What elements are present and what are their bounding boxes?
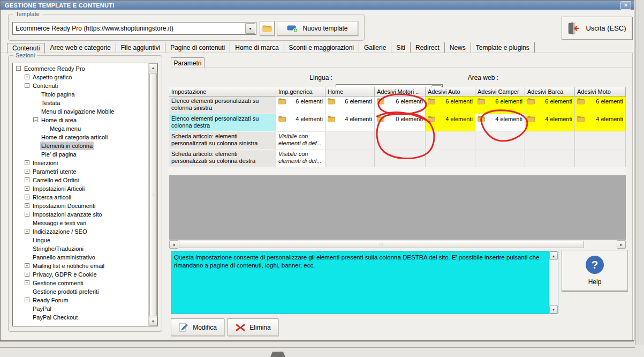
value-cell[interactable] — [375, 132, 426, 150]
tree-item-home-di-categoria-articoli[interactable]: Home di categoria articoli — [13, 133, 148, 142]
tree-item-ready-forum[interactable]: +Ready Forum — [13, 296, 148, 304]
value-cell[interactable]: 6 elementi — [276, 96, 325, 114]
value-cell[interactable] — [525, 150, 575, 167]
value-cell[interactable]: 0 elementi — [375, 114, 426, 132]
value-cell[interactable] — [475, 150, 525, 167]
tab-gallerie[interactable]: Gallerie — [359, 42, 391, 53]
value-cell[interactable]: 4 elementi — [525, 114, 575, 132]
tree-item-impostazioni-articoli[interactable]: +Impostazioni Articoli — [13, 184, 148, 193]
tree-item-mailing-list-e-notifiche-email[interactable]: +Mailing list e notifiche email — [13, 262, 148, 270]
expand-plus-icon[interactable]: + — [25, 212, 29, 217]
expand-plus-icon[interactable]: + — [25, 75, 29, 79]
tree-item-gestione-prodotti-preferiti[interactable]: Gestione prodotti preferiti — [13, 287, 148, 296]
scroll-up-icon[interactable]: ▲ — [549, 251, 558, 260]
tree-item-impostazioni-documenti[interactable]: +Impostazioni Documenti — [13, 202, 148, 210]
tree-item-privacy-gdpr-e-cookie[interactable]: +Privacy, GDPR e Cookie — [13, 270, 148, 279]
value-cell[interactable]: Visibile con elementi di def... — [276, 132, 325, 150]
setting-description-panel[interactable]: Questa impostazione consente di personal… — [171, 251, 558, 314]
expand-plus-icon[interactable]: + — [25, 160, 29, 165]
tree-item-messaggi-e-testi-vari[interactable]: Messaggi e testi vari — [13, 219, 148, 227]
scroll-left-icon[interactable]: ◄ — [169, 240, 178, 249]
value-cell[interactable]: 4 elementi — [426, 114, 475, 132]
value-cell[interactable] — [325, 150, 375, 167]
tree-item-mega-menu[interactable]: Mega menu — [13, 124, 148, 133]
tree-item-paypal[interactable]: PayPal — [13, 304, 148, 313]
value-cell[interactable]: 4 elementi — [575, 114, 626, 132]
value-cell[interactable] — [426, 132, 475, 150]
tree-item-parametri-utente[interactable]: +Parametri utente — [13, 167, 148, 176]
tree-item-impostazioni-avanzate-sito[interactable]: +Impostazioni avanzate sito — [13, 210, 148, 219]
tree-scrollbar-thumb[interactable]: ⁞⁞ — [149, 73, 157, 316]
scroll-right-icon[interactable]: ► — [617, 240, 626, 249]
value-cell[interactable] — [475, 132, 525, 150]
chevron-down-icon[interactable]: ▼ — [245, 23, 255, 34]
expand-plus-icon[interactable]: + — [25, 186, 29, 191]
expand-plus-icon[interactable]: + — [25, 298, 29, 302]
tree-item-ricerca-articoli[interactable]: +Ricerca articoli — [13, 193, 148, 202]
tree-item-indicizzazione-seo[interactable]: +Indicizzazione / SEO — [13, 227, 148, 236]
tree-item-stringhe-traduzioni[interactable]: Stringhe/Traduzioni — [13, 244, 148, 253]
tree-item-titolo-pagina[interactable]: Titolo pagina — [13, 90, 148, 99]
tab-file-aggiuntivi[interactable]: File aggiuntivi — [116, 42, 165, 53]
collapse-minus-icon[interactable]: − — [33, 117, 38, 122]
value-cell[interactable]: 6 elementi — [525, 96, 575, 114]
table-row-4[interactable]: Scheda articolo: elementi personalizzati… — [169, 150, 626, 167]
exit-button[interactable]: Uscita (ESC) — [562, 17, 632, 40]
table-h-scrollbar-thumb[interactable]: ⁞⁞⁞ — [179, 241, 584, 248]
close-icon[interactable]: ✕ — [620, 1, 631, 10]
table-h-scrollbar[interactable]: ◄ ⁞⁞⁞ ► — [169, 240, 626, 249]
value-cell[interactable]: Visibile con elementi di def... — [276, 150, 325, 167]
table-row-1[interactable]: Elenco elementi personalizzati su colonn… — [169, 96, 626, 114]
tab-sconti-e-maggiorazioni[interactable]: Sconti e maggiorazioni — [284, 42, 359, 53]
tab-home-di-marca[interactable]: Home di marca — [230, 42, 284, 53]
info-scrollbar[interactable]: ▲ ▼ — [549, 251, 558, 314]
tab-news[interactable]: News — [445, 42, 471, 53]
value-cell[interactable]: 6 elementi — [325, 96, 375, 114]
tab-redirect[interactable]: Redirect — [411, 42, 445, 53]
table-row-3[interactable]: Scheda articolo: elementi personalizzati… — [169, 132, 626, 150]
tree-item-contenuti[interactable]: −Contenuti — [13, 81, 148, 90]
tab-aree-web-e-categorie[interactable]: Aree web e categorie — [45, 42, 116, 53]
expand-plus-icon[interactable]: + — [25, 177, 29, 182]
tree-item-pie-di-pagina[interactable]: Pie' di pagina — [13, 150, 148, 159]
new-template-button[interactable]: Nuovo template — [277, 21, 358, 36]
row-label-cell[interactable]: Elenco elementi personalizzati su colonn… — [169, 114, 276, 132]
tree-item-menu-di-navigazione-mobile[interactable]: Menu di navigazione Mobile — [13, 107, 148, 116]
title-bar[interactable]: GESTIONE TEMPLATE E CONTENUTI — [1, 1, 634, 10]
value-cell[interactable]: 4 elementi — [276, 114, 325, 132]
value-cell[interactable] — [426, 150, 475, 167]
value-cell[interactable] — [325, 132, 375, 150]
value-cell[interactable]: 4 elementi — [475, 114, 525, 132]
value-cell[interactable] — [375, 150, 426, 167]
value-cell[interactable] — [575, 132, 626, 150]
tree-item-pannello-amministrativo[interactable]: Pannello amministrativo — [13, 253, 148, 262]
tree-item-aspetto-grafico[interactable]: +Aspetto grafico — [13, 73, 148, 81]
value-cell[interactable]: 4 elementi — [325, 114, 375, 132]
expand-plus-icon[interactable]: + — [25, 280, 29, 285]
tree-item-carrello-ed-ordini[interactable]: +Carrello ed Ordini — [13, 176, 148, 184]
collapse-minus-icon[interactable]: − — [16, 66, 21, 71]
value-cell[interactable]: 6 elementi — [575, 96, 626, 114]
scroll-down-icon[interactable]: ▼ — [549, 305, 558, 314]
tab-pagine-di-contenuti[interactable]: Pagine di contenuti — [165, 42, 230, 53]
value-cell[interactable] — [575, 150, 626, 167]
delete-button[interactable]: Elimina — [228, 318, 278, 336]
value-cell[interactable]: 6 elementi — [375, 96, 426, 114]
tree-item-ecommerce-ready-pro[interactable]: −Ecommerce Ready Pro — [13, 64, 148, 73]
expand-plus-icon[interactable]: + — [25, 229, 29, 234]
row-label-cell[interactable]: Scheda articolo: elementi personalizzati… — [169, 150, 276, 167]
row-label-cell[interactable]: Elenco elementi personalizzati su colonn… — [169, 96, 276, 114]
template-combobox[interactable]: Ecommerce Ready Pro (https://www.shoptun… — [12, 22, 256, 35]
scroll-up-icon[interactable]: ▲ — [149, 63, 157, 72]
tree-scrollbar[interactable]: ▲ ⁞⁞ ▼ — [148, 63, 157, 326]
table-row-2[interactable]: Elenco elementi personalizzati su colonn… — [169, 114, 626, 132]
open-template-folder-button[interactable] — [260, 21, 275, 36]
tree-item-testata[interactable]: Testata — [13, 99, 148, 107]
tree-item-paypal-checkout[interactable]: PayPal Checkout — [13, 313, 148, 322]
tree-item-elementi-in-colonna[interactable]: Elementi in colonna — [13, 142, 148, 150]
modify-button[interactable]: Modifica — [171, 318, 224, 336]
tree-item-gestione-commenti[interactable]: +Gestione commenti — [13, 279, 148, 287]
value-cell[interactable]: 6 elementi — [475, 96, 525, 114]
expand-plus-icon[interactable]: + — [25, 272, 29, 277]
row-label-cell[interactable]: Scheda articolo: elementi personalizzati… — [169, 132, 276, 150]
